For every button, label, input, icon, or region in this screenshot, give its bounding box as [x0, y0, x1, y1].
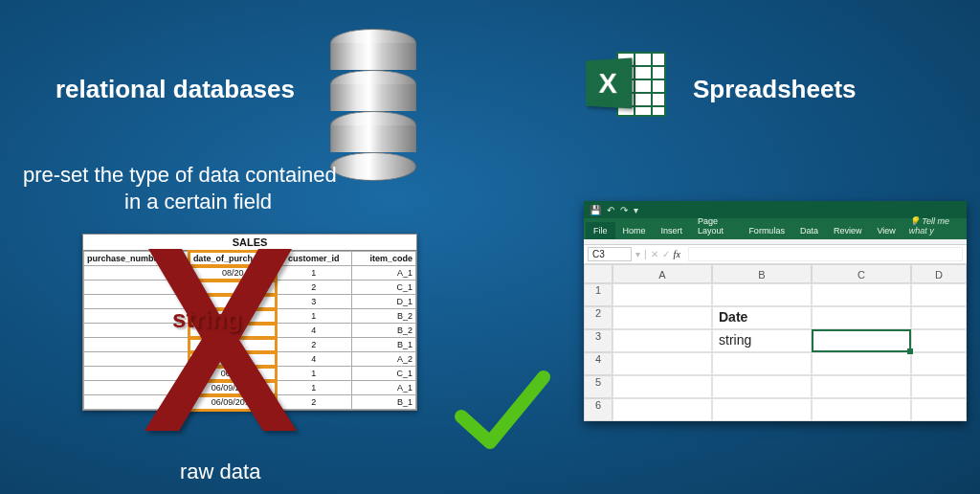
row-header-6[interactable]: 6: [584, 398, 612, 421]
tab-page-layout[interactable]: Page Layout: [690, 213, 741, 239]
tab-formulas[interactable]: Formulas: [741, 222, 792, 239]
fx-confirm-icon[interactable]: ✓: [662, 249, 670, 259]
formula-input[interactable]: [688, 247, 963, 261]
cell-a6[interactable]: [612, 398, 712, 421]
fx-cancel-icon[interactable]: ✕: [651, 249, 658, 259]
cell-c1[interactable]: [812, 283, 911, 306]
col-header-c[interactable]: C: [812, 264, 911, 283]
excel-logo-letter: X: [586, 57, 632, 108]
save-icon[interactable]: 💾: [590, 205, 601, 215]
cell-a1[interactable]: [612, 283, 712, 306]
check-icon: [450, 364, 555, 460]
col-header-b[interactable]: B: [712, 264, 812, 283]
cell-a4[interactable]: [612, 352, 712, 375]
fx-icon[interactable]: fx: [674, 249, 680, 259]
sales-table-title: SALES: [83, 235, 416, 251]
cell-d4[interactable]: [911, 352, 967, 375]
cell-a2[interactable]: [612, 306, 712, 329]
qat-dropdown-icon[interactable]: ▾: [634, 205, 638, 215]
cell-d3[interactable]: [911, 329, 967, 352]
row-header-2[interactable]: 2: [584, 306, 612, 329]
database-icon: [330, 29, 416, 124]
sales-table: SALES purchase_number date_of_purch cust…: [82, 234, 417, 411]
tab-data[interactable]: Data: [792, 222, 826, 239]
formula-bar: C3 ▾ | ✕ ✓ fx: [584, 245, 967, 264]
cell-c2[interactable]: [812, 306, 911, 329]
tab-home[interactable]: Home: [615, 222, 654, 239]
cell-b4[interactable]: [712, 352, 812, 375]
name-box[interactable]: C3: [588, 247, 632, 261]
cell-c4[interactable]: [812, 352, 911, 375]
tab-review[interactable]: Review: [826, 222, 870, 239]
col-purchase-number: purchase_number: [84, 252, 190, 266]
cell-a3[interactable]: [612, 329, 712, 352]
undo-icon[interactable]: ↶: [607, 205, 614, 215]
relational-databases-heading: relational databases: [56, 75, 295, 104]
cell-b6[interactable]: [712, 398, 812, 421]
redo-icon[interactable]: ↷: [620, 205, 628, 215]
row-header-4[interactable]: 4: [584, 352, 612, 375]
tab-view[interactable]: View: [869, 222, 902, 239]
cell-d2[interactable]: [911, 306, 967, 329]
row-header-3[interactable]: 3: [584, 329, 612, 352]
subheading-line2: in a certain field: [124, 190, 272, 214]
col-item-code: item_code: [351, 252, 415, 266]
cell-c6[interactable]: [812, 398, 911, 421]
col-customer-id: customer_id: [276, 252, 351, 266]
cell-d5[interactable]: [911, 375, 967, 398]
cell-b1[interactable]: [712, 283, 812, 306]
cell-b5[interactable]: [712, 375, 812, 398]
col-date-of-purchase: date_of_purch: [189, 252, 276, 266]
row-header-1[interactable]: 1: [584, 283, 612, 306]
spreadsheet-grid: A B C D 1 2 Date 3 string 4 5 6: [584, 264, 967, 421]
select-all-corner[interactable]: [584, 264, 612, 283]
tab-insert[interactable]: Insert: [654, 222, 691, 239]
excel-logo-icon: X: [584, 46, 670, 123]
tell-me-search[interactable]: 💡 Tell me what y: [903, 213, 965, 239]
subheading-line1: pre-set the type of data contained: [23, 163, 337, 188]
col-header-d[interactable]: D: [911, 264, 967, 283]
cell-c3-selected[interactable]: [812, 329, 911, 352]
spreadsheets-heading: Spreadsheets: [693, 75, 857, 104]
col-header-a[interactable]: A: [612, 264, 712, 283]
row-header-5[interactable]: 5: [584, 375, 612, 398]
cell-b3[interactable]: string: [712, 329, 812, 352]
cell-a5[interactable]: [612, 375, 712, 398]
ribbon-tabs: File Home Insert Page Layout Formulas Da…: [584, 218, 967, 239]
cell-d6[interactable]: [911, 398, 967, 421]
raw-data-caption: raw data: [180, 460, 260, 484]
tab-file[interactable]: File: [586, 222, 615, 239]
cell-c5[interactable]: [812, 375, 911, 398]
excel-window: 💾 ↶ ↷ ▾ File Home Insert Page Layout For…: [584, 201, 967, 421]
cell-b2[interactable]: Date: [712, 306, 812, 329]
cell-d1[interactable]: [911, 283, 967, 306]
